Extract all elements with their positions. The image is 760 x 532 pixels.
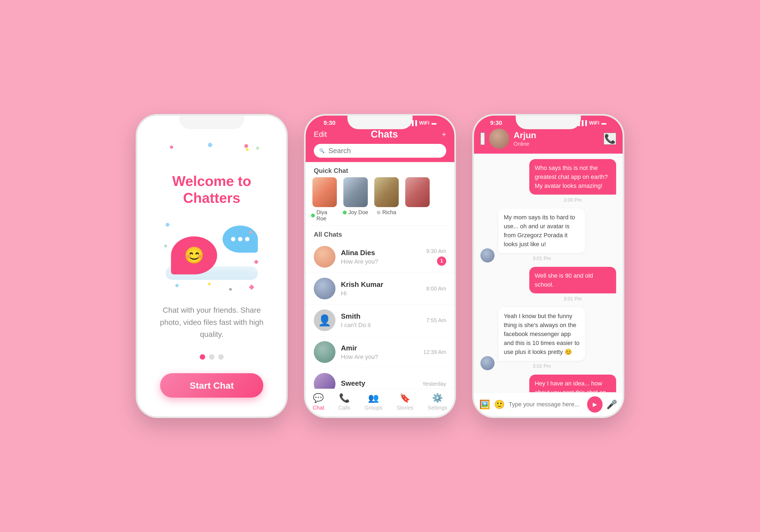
welcome-description: Chat with your friends. Share photo, vid…	[154, 304, 270, 341]
page-dot-3	[218, 354, 224, 360]
emoji-icon[interactable]: 🙂	[494, 399, 505, 410]
msg-bubble-4: Yeah I know but the funny thing is she's…	[499, 307, 585, 361]
chat-nav-icon: 💬	[313, 393, 324, 403]
status-bar-3: 9:30 ▐▐▐ WiFi ▬	[480, 116, 616, 126]
battery-icon: ▬	[432, 120, 437, 126]
nav-stories[interactable]: 🔖 Stories	[397, 393, 413, 411]
chat-preview-smith: I can't Do it	[341, 322, 421, 329]
msg-col-2: My mom says its to hard to use... oh and…	[499, 209, 585, 263]
chat-header-row: ‹ Arjun Online 📞	[480, 126, 616, 149]
wifi-icon: WiFi	[419, 120, 429, 126]
search-bar[interactable]: 🔍	[314, 144, 446, 158]
back-button[interactable]: ‹	[480, 132, 485, 145]
contact-status: Online	[513, 141, 599, 147]
chat-item-krish[interactable]: Krish Kumar Hi 8:00 Am	[306, 273, 454, 305]
search-input[interactable]	[328, 147, 441, 155]
recv-avatar-4	[480, 356, 495, 370]
message-row-3: Well she is 90 and old school. 3:01 Pm	[480, 267, 616, 303]
chats-screen: 9:30 ▐▐▐ WiFi ▬ Edit Chats + 🔍	[306, 116, 454, 416]
contact-avatar	[489, 129, 509, 149]
welcome-title: Welcome to Chatters	[154, 172, 270, 207]
status-icons-3: ▐▐▐ WiFi ▬	[577, 120, 606, 126]
msg-bubble-3: Well she is 90 and old school.	[529, 267, 616, 293]
signal-icon: ▐▐▐	[406, 120, 417, 126]
mic-icon[interactable]: 🎤	[606, 399, 617, 410]
message-row-4: Yeah I know but the funny thing is she's…	[480, 307, 616, 370]
msg-bubble-1: Who says this is not the greatest chat a…	[529, 159, 616, 195]
chat-detail-screen: 9:30 ▐▐▐ WiFi ▬ ‹ Arjun Online 📞	[474, 116, 623, 416]
avatar-alina	[314, 246, 336, 267]
send-icon: ►	[592, 400, 598, 409]
quick-chat-row: Diya Roe Joy Doe Ric	[306, 177, 454, 225]
add-chat-button[interactable]: +	[442, 130, 446, 139]
quick-chat-label: Quick Chat	[306, 162, 454, 177]
nav-groups[interactable]: 👥 Groups	[364, 393, 382, 411]
calls-nav-label: Calls	[339, 405, 351, 411]
online-dot-diya	[311, 214, 315, 218]
status-time-2: 9:30	[323, 120, 336, 126]
search-icon: 🔍	[319, 148, 325, 153]
messages-area[interactable]: Who says this is not the greatest chat a…	[474, 154, 623, 392]
chat-meta-krish: 8:00 Am	[426, 286, 446, 292]
quick-chat-richa[interactable]: Richa	[373, 177, 400, 222]
offline-dot-richa	[377, 211, 381, 215]
chat-meta-amir: 12:39 Am	[423, 349, 446, 355]
groups-nav-label: Groups	[364, 405, 382, 411]
msg-time-1: 3:00 Pm	[563, 197, 582, 203]
chat-item-sweety[interactable]: Sweety Yesterday	[306, 368, 454, 389]
chat-name-alina: Alina Dies	[341, 249, 421, 257]
chat-time-alina: 9:30 Am	[426, 248, 446, 254]
chat-preview-alina: How Are you?	[341, 258, 421, 265]
call-button[interactable]: 📞	[604, 133, 616, 145]
chat-bubble-blue	[222, 225, 258, 253]
dots-icon	[231, 237, 250, 241]
chat-item-amir[interactable]: Amir How Are you? 12:39 Am	[306, 336, 454, 368]
input-bar: 🖼️ 🙂 ► 🎤	[474, 392, 623, 416]
chat-name-krish: Krish Kumar	[341, 280, 421, 289]
msg-bubble-2: My mom says its to hard to use... oh and…	[499, 209, 585, 253]
nav-chat[interactable]: 💬 Chat	[313, 393, 324, 411]
chat-item-alina[interactable]: Alina Dies How Are you? 9:30 Am 1	[306, 241, 454, 273]
chat-info-krish: Krish Kumar Hi	[341, 280, 421, 297]
recv-avatar-2	[480, 248, 495, 263]
chat-bubble-pink: 😊	[171, 236, 217, 274]
chats-header: 9:30 ▐▐▐ WiFi ▬ Edit Chats + 🔍	[306, 116, 454, 162]
badge-alina: 1	[437, 257, 446, 266]
stories-nav-icon: 🔖	[400, 393, 410, 403]
quick-avatar-4	[405, 177, 430, 207]
chat-item-smith[interactable]: 👤 Smith I can't Do it 7:55 Am	[306, 305, 454, 336]
send-button[interactable]: ►	[587, 396, 602, 412]
image-icon[interactable]: 🖼️	[479, 399, 490, 410]
quick-chat-joy[interactable]: Joy Doe	[342, 177, 369, 222]
msg-bubble-5: Hey I have an idea... how about you post…	[529, 374, 616, 392]
quick-chat-4[interactable]	[404, 177, 431, 222]
msg-col-5: Hey I have an idea... how about you post…	[529, 374, 616, 392]
nav-settings[interactable]: ⚙️ Settings	[428, 393, 447, 411]
msg-col-3: Well she is 90 and old school. 3:01 Pm	[529, 267, 616, 303]
quick-name-joy: Joy Doe	[343, 209, 368, 216]
smiley-icon: 😊	[184, 246, 204, 265]
chat-meta-sweety: Yesterday	[422, 381, 446, 387]
wifi-icon-3: WiFi	[589, 120, 599, 126]
chat-time-amir: 12:39 Am	[423, 349, 446, 355]
avatar-krish	[314, 278, 336, 299]
message-row-5: Hey I have an idea... how about you post…	[480, 374, 616, 392]
start-chat-button[interactable]: Start Chat	[160, 373, 263, 398]
chat-detail-header: 9:30 ▐▐▐ WiFi ▬ ‹ Arjun Online 📞	[474, 116, 623, 154]
message-input[interactable]	[509, 401, 583, 408]
groups-nav-icon: 👥	[368, 393, 379, 403]
chat-time-krish: 8:00 Am	[426, 286, 446, 292]
quick-avatar-richa	[374, 177, 399, 207]
settings-nav-label: Settings	[428, 405, 447, 411]
edit-button[interactable]: Edit	[314, 130, 327, 139]
msg-time-2: 3:01 Pm	[533, 256, 551, 262]
quick-chat-diya[interactable]: Diya Roe	[311, 177, 338, 222]
stories-nav-label: Stories	[397, 405, 413, 411]
phone-chat-detail: 9:30 ▐▐▐ WiFi ▬ ‹ Arjun Online 📞	[472, 114, 624, 418]
nav-calls[interactable]: 📞 Calls	[339, 393, 351, 411]
chat-list[interactable]: Quick Chat Diya Roe Joy D	[306, 162, 454, 389]
calls-nav-icon: 📞	[339, 393, 350, 403]
page-indicators	[200, 354, 224, 360]
quick-name-diya: Diya Roe	[311, 209, 338, 222]
chat-time-sweety: Yesterday	[422, 381, 446, 387]
